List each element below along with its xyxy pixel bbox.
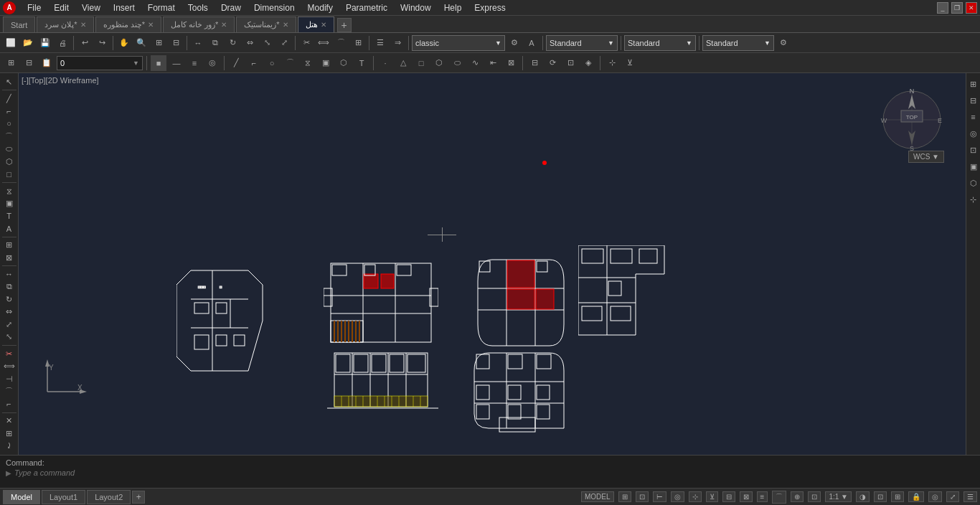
tab-close-1[interactable]: ✕	[80, 21, 86, 29]
layer-button[interactable]: 📋	[39, 55, 55, 71]
rt-btn3[interactable]: ≡	[966, 109, 981, 125]
arc-button[interactable]: ⌒	[282, 55, 298, 71]
text-style-dropdown[interactable]: Standard ▼	[546, 35, 618, 51]
open-button[interactable]: 📂	[20, 35, 36, 51]
menu-draw[interactable]: Draw	[215, 1, 247, 14]
move-button[interactable]: ↔	[190, 35, 206, 51]
line-button[interactable]: ╱	[228, 55, 244, 71]
menu-edit[interactable]: Edit	[48, 1, 75, 14]
tab-layout1[interactable]: Layout1	[42, 490, 85, 504]
redo-button[interactable]: ↪	[94, 35, 110, 51]
render-button[interactable]: ◈	[580, 55, 596, 71]
array-button[interactable]: ⊞	[350, 35, 366, 51]
lt-rotate[interactable]: ↻	[1, 293, 17, 305]
zoom-button[interactable]: 🔍	[133, 35, 149, 51]
region-button[interactable]: ⬡	[336, 55, 352, 71]
menu-insert[interactable]: Insert	[108, 1, 141, 14]
fillet-button[interactable]: ⌒	[333, 35, 349, 51]
lt-copy[interactable]: ⧉	[1, 281, 17, 293]
lt-chamfer[interactable]: ⌐	[1, 398, 17, 410]
tab-chand-manzare[interactable]: چند منظوره* ✕	[95, 16, 161, 32]
dim-button[interactable]: ⇤	[485, 55, 501, 71]
layer-prev-button[interactable]: ⊞	[3, 55, 19, 71]
fullscreen-button[interactable]: ⤢	[946, 491, 959, 502]
wcs-indicator[interactable]: WCS ▼	[908, 151, 944, 163]
tab-add-button[interactable]: +	[337, 18, 352, 32]
anno-scale[interactable]: 1:1 ▼	[825, 491, 852, 502]
lt-trim[interactable]: ✂	[1, 348, 17, 359]
tab-close-4[interactable]: ✕	[283, 21, 288, 29]
lt-insert[interactable]: ⊞	[1, 239, 17, 250]
table-style-dropdown[interactable]: Standard ▼	[702, 35, 774, 51]
tab-start[interactable]: Start	[3, 16, 35, 32]
ortho-button[interactable]: ⊢	[653, 491, 666, 502]
snap-button[interactable]: ⊡	[636, 491, 649, 502]
lt-gradient[interactable]: ▣	[1, 197, 17, 209]
ducs-button[interactable]: ⊟	[722, 491, 735, 502]
lt-text[interactable]: T	[1, 210, 17, 222]
tab-close-2[interactable]: ✕	[148, 21, 154, 29]
lineweight-toggle[interactable]: ≡	[757, 491, 768, 502]
model-status[interactable]: MODEL	[581, 491, 614, 502]
orbit-button[interactable]: ⟳	[545, 55, 560, 71]
menu-dimension[interactable]: Dimension	[248, 1, 301, 14]
lt-fillet[interactable]: ⌒	[1, 385, 17, 397]
command-input[interactable]	[14, 468, 974, 477]
lt-mtext[interactable]: A	[1, 222, 17, 234]
lock-ui[interactable]: 🔒	[908, 491, 924, 502]
point-button[interactable]: ·	[377, 55, 393, 71]
menu-tools[interactable]: Tools	[182, 1, 214, 14]
linetype-button[interactable]: —	[169, 55, 184, 71]
customize-status[interactable]: ☰	[963, 491, 977, 502]
customize-button[interactable]: ⚙	[507, 35, 522, 51]
workspace-switch[interactable]: ⊞	[891, 491, 904, 502]
polar-button[interactable]: ◎	[671, 491, 684, 502]
menu-window[interactable]: Window	[395, 1, 437, 14]
block-button[interactable]: ⊠	[503, 55, 519, 71]
lt-explode[interactable]: ⤸	[1, 440, 17, 451]
osnap-button[interactable]: ⊹	[604, 55, 620, 71]
mtext-button[interactable]: T	[354, 55, 369, 71]
rt-btn8[interactable]: ⊹	[966, 192, 981, 207]
snap-settings-button[interactable]: ⊻	[622, 55, 638, 71]
tab-zimnastik[interactable]: زیمناستیک* ✕	[236, 16, 296, 32]
polyline-button[interactable]: ⌐	[246, 55, 262, 71]
tab-hotel[interactable]: هتل ✕	[298, 16, 334, 32]
qprop-button[interactable]: ⊕	[791, 491, 804, 502]
trim-button[interactable]: ✂	[298, 35, 314, 51]
canvas-area[interactable]: [-][Top][2D Wireframe] TOP N S	[19, 73, 966, 455]
tab-close-3[interactable]: ✕	[221, 21, 227, 29]
hatch-button[interactable]: ⧖	[300, 55, 316, 71]
properties-button[interactable]: ☰	[372, 35, 388, 51]
osnap-status[interactable]: ⊹	[689, 491, 702, 502]
layer-selector[interactable]: 0 ▼	[57, 56, 143, 70]
tab-close-5[interactable]: ✕	[321, 21, 326, 29]
match-prop-button[interactable]: ⇒	[390, 35, 405, 51]
triangle-button[interactable]: △	[395, 55, 411, 71]
tab-zoor-khane[interactable]: زور خانه کامل* ✕	[163, 16, 235, 32]
close-button[interactable]: ✕	[966, 2, 977, 14]
menu-help[interactable]: Help	[438, 1, 468, 14]
lt-array[interactable]: ⊞	[1, 428, 17, 439]
visual-style-button[interactable]: ⊡	[562, 55, 578, 71]
restore-button[interactable]: ❐	[951, 2, 963, 14]
dynmode-button[interactable]: ⊠	[740, 491, 753, 502]
rotate-button[interactable]: ↻	[225, 35, 240, 51]
lineweight-button[interactable]: ≡	[187, 55, 202, 71]
selection-button[interactable]: ⊡	[808, 491, 821, 502]
lt-offset[interactable]: ⊣	[1, 373, 17, 384]
pan-button[interactable]: ✋	[116, 35, 132, 51]
color-button[interactable]: ■	[151, 55, 166, 71]
scale-button[interactable]: ⤢	[276, 35, 292, 51]
anno-visibility[interactable]: ◑	[856, 491, 870, 502]
undo-button[interactable]: ↩	[77, 35, 93, 51]
lt-move[interactable]: ↔	[1, 268, 17, 280]
circle-button[interactable]: ○	[264, 55, 280, 71]
minimize-button[interactable]: _	[937, 2, 948, 14]
lt-block[interactable]: ⊠	[1, 252, 17, 263]
lt-arc[interactable]: ⌒	[1, 131, 17, 143]
transparency-button[interactable]: ◎	[204, 55, 220, 71]
menu-view[interactable]: View	[76, 1, 106, 14]
lt-polyline[interactable]: ⌐	[1, 105, 17, 117]
new-button[interactable]: ⬜	[3, 35, 19, 51]
